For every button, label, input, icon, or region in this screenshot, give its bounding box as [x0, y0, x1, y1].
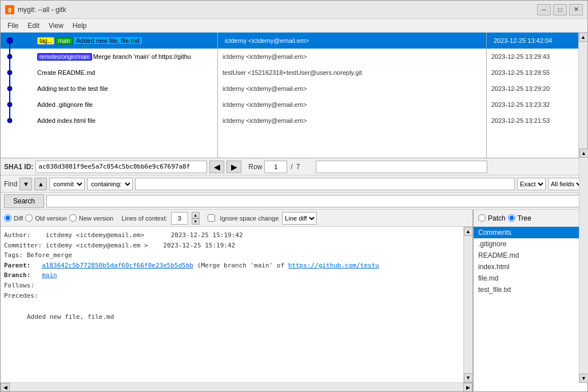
commit-msg-3: Adding text to the test file	[37, 85, 217, 92]
diff-scroll-track[interactable]	[464, 236, 472, 373]
author-row-4[interactable]: ictdemy <ictdemy@email.em>	[218, 97, 486, 113]
tree-radio[interactable]	[508, 214, 515, 222]
context-input[interactable]	[171, 212, 188, 225]
author-text-1: ictdemy <ictdemy@email.em>	[223, 53, 307, 60]
commit-row-3[interactable]: Adding text to the test file	[1, 81, 217, 97]
lower-area: Diff Old version New version Lines of co…	[1, 210, 587, 391]
commit-row-5[interactable]: Added index.html file	[1, 113, 217, 129]
menu-view[interactable]: View	[44, 21, 68, 31]
commit-graph[interactable]: tag... main Added new file, file.md remo…	[1, 33, 218, 158]
author-date-val: 2023-12-25 15:19:42	[171, 231, 243, 239]
commit-msg-1: Merge branch 'main' of https://githu	[93, 53, 217, 60]
h-scroll-track[interactable]	[10, 383, 463, 391]
date-text-5: 2023-12-25 13:21:53	[491, 117, 550, 124]
new-version-radio[interactable]	[69, 214, 77, 222]
sort-down-btn[interactable]: ▼	[19, 178, 32, 190]
right-vertical-scrollbar[interactable]: ▲ ▼	[579, 210, 587, 383]
spinner-down[interactable]: ▼	[192, 218, 200, 225]
nav-back-button[interactable]: ◀	[209, 161, 224, 173]
sort-up-btn[interactable]: ▲	[34, 178, 47, 190]
diff-scroll-down[interactable]: ▼	[464, 373, 473, 382]
minimize-button[interactable]: ─	[537, 4, 551, 15]
sha1-right-input[interactable]	[316, 161, 487, 173]
author-text-4: ictdemy <ictdemy@email.em>	[223, 101, 307, 108]
menu-edit[interactable]: Edit	[23, 21, 44, 31]
maximize-button[interactable]: □	[553, 4, 567, 15]
context-spinner[interactable]: ▲ ▼	[192, 212, 200, 225]
svg-point-7	[7, 86, 12, 91]
date-row-0[interactable]: 2023-12-25 13:42:04	[487, 33, 578, 49]
date-row-2[interactable]: 2023-12-25 13:28:55	[487, 65, 578, 81]
scroll-track[interactable]	[579, 42, 587, 149]
diff-radio-group: Diff Old version New version	[4, 214, 113, 222]
h-scroll-right[interactable]: ▶	[463, 383, 472, 392]
diff-radio[interactable]	[4, 214, 11, 222]
file-tree[interactable]: Comments .gitignore README.md index.html…	[474, 227, 587, 391]
parent-url-link[interactable]: https://github.com/testu	[288, 262, 379, 269]
vertical-scrollbar[interactable]: ▲ ▼	[578, 33, 587, 158]
author-row-5[interactable]: ictdemy <ictdemy@email.em>	[218, 113, 486, 129]
parent-key: Parent:	[4, 262, 30, 269]
file-item-gitignore[interactable]: .gitignore	[474, 238, 587, 250]
right-scroll-down[interactable]: ▼	[579, 374, 588, 383]
author-row-1[interactable]: ictdemy <ictdemy@email.em>	[218, 49, 486, 65]
parent-suffix: (Merge branch 'main' of	[197, 262, 288, 269]
commit-row-4[interactable]: Added .gitignore file	[1, 97, 217, 113]
h-scroll-left[interactable]: ◀	[1, 383, 10, 392]
sha1-bar: SHA1 ID: ◀ ▶ Row / 7	[1, 158, 587, 175]
old-version-radio[interactable]	[25, 214, 33, 222]
diff-vertical-scrollbar[interactable]: ▲ ▼	[463, 227, 472, 382]
branch-key: Branch:	[4, 271, 30, 279]
branch-line: Branch: main	[4, 270, 460, 281]
tags-key: Tags: Before_merge	[4, 251, 72, 259]
date-row-3[interactable]: 2023-12-25 13:29:20	[487, 81, 578, 97]
patch-radio[interactable]	[478, 214, 486, 222]
branch-badge-remote: remotes/origin/main	[37, 53, 92, 61]
branch-link[interactable]: main	[42, 271, 57, 279]
diff-scroll-up[interactable]: ▲	[464, 227, 473, 236]
commit-row-1[interactable]: remotes/origin/main Merge branch 'main' …	[1, 49, 217, 65]
menu-file[interactable]: File	[3, 21, 23, 31]
find-text-input[interactable]	[135, 178, 515, 190]
right-scroll-track[interactable]	[579, 210, 587, 374]
scroll-up-btn[interactable]: ▲	[579, 33, 588, 42]
nav-forward-button[interactable]: ▶	[227, 161, 241, 173]
ignore-space-checkbox[interactable]	[208, 214, 215, 222]
date-row-4[interactable]: 2023-12-25 13:23:32	[487, 97, 578, 113]
date-text-0: 2023-12-25 13:42:04	[491, 37, 554, 44]
file-item-readme[interactable]: README.md	[474, 250, 587, 261]
close-button[interactable]: ✕	[569, 4, 583, 15]
menu-help[interactable]: Help	[68, 21, 92, 31]
author-row-2[interactable]: testUser <152162318+testUser@users.norep…	[218, 65, 486, 81]
row-total: 7	[296, 163, 313, 171]
app-icon: g	[5, 5, 14, 14]
file-item-filemd[interactable]: file.md	[474, 273, 587, 284]
commit-msg-5: Added index.html file	[37, 117, 217, 124]
author-text-3: ictdemy <ictdemy@email.em>	[223, 85, 307, 92]
search-result-input[interactable]	[46, 195, 584, 207]
author-row-0[interactable]: ictdemy <ictdemy@email.em>	[218, 33, 486, 49]
date-row-5[interactable]: 2023-12-25 13:21:53	[487, 113, 578, 129]
file-item-comments[interactable]: Comments	[474, 227, 587, 238]
sha1-input[interactable]	[35, 161, 207, 173]
spinner-up[interactable]: ▲	[192, 212, 200, 218]
diff-horizontal-scrollbar[interactable]: ◀ ▶	[1, 382, 472, 391]
parent-link[interactable]: a183642c5b772850b5daf60cf66f0e23e5b5d5bb	[42, 262, 193, 269]
find-containing-select[interactable]: containing:	[87, 178, 133, 190]
diff-content[interactable]: Author: ictdemy <ictdemy@email.em> 2023-…	[1, 227, 463, 382]
date-row-1[interactable]: 2023-12-25 13:29:43	[487, 49, 578, 65]
file-item-index[interactable]: index.html	[474, 261, 587, 273]
diff-type-select[interactable]: Line diff	[282, 212, 317, 225]
commit-row-2[interactable]: Create README.md	[1, 65, 217, 81]
author-row-3[interactable]: ictdemy <ictdemy@email.em>	[218, 81, 486, 97]
menu-bar: File Edit View Help	[1, 19, 587, 33]
commit-row-0[interactable]: tag... main Added new file, file.md	[1, 33, 217, 49]
file-item-testfile[interactable]: test_file.txt	[474, 284, 587, 295]
row-label: Row	[248, 163, 262, 171]
search-button[interactable]: Search	[4, 194, 44, 208]
author-text-0: ictdemy <ictdemy@email.em>	[223, 37, 312, 44]
find-type-select[interactable]: commit	[49, 178, 85, 190]
row-input[interactable]	[264, 161, 287, 173]
ignore-space-label: Ignore space change	[220, 215, 279, 222]
exact-select[interactable]: Exact	[517, 178, 546, 190]
